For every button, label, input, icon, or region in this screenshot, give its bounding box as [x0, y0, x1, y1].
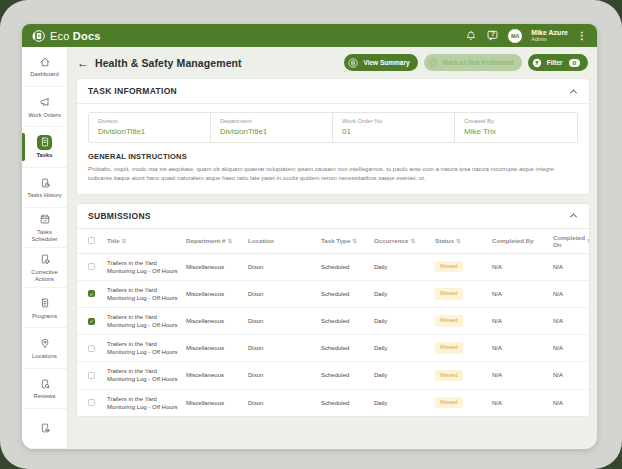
col-completed-on: Completed On⇅ [553, 234, 590, 248]
info-field-department: Department DivisionTitle1 [211, 113, 333, 142]
summary-doc-icon [347, 57, 359, 69]
submissions-table-header: Title⇅ Department #⇅ Location Task Type⇅… [77, 229, 589, 254]
sidebar-item-work-orders[interactable]: Work Orders [22, 87, 67, 127]
user-avatar[interactable]: MA [508, 29, 522, 43]
device-frame: Eco Docs ? MA Mik [0, 0, 622, 469]
task-information-title: TASK INFORMATION [88, 86, 177, 96]
sidebar-item-tasks[interactable]: Tasks [22, 127, 67, 167]
sort-icon[interactable]: ⇅ [587, 238, 590, 244]
row-checkbox[interactable] [88, 345, 95, 352]
app-header: Eco Docs ? MA Mik [22, 24, 597, 47]
submissions-title: SUBMISSIONS [88, 211, 151, 221]
col-title: Title⇅ [107, 237, 186, 244]
filter-button[interactable]: Filter 0 [528, 54, 588, 71]
status-badge: Missed [435, 342, 463, 354]
sort-icon[interactable]: ⇅ [228, 238, 233, 244]
general-instructions-text: Probabo, inquit, modo ista sis aequitate… [88, 165, 578, 184]
status-badge: Missed [435, 315, 463, 327]
sidebar-item-tasks-history[interactable]: Tasks History [22, 168, 67, 208]
col-location: Location [248, 237, 321, 244]
user-meta: Mike Azure Admin [531, 29, 568, 43]
view-summary-label: View Summary [363, 59, 409, 66]
sidebar: Dashboard Work Orders Tasks Tasks Histor… [22, 47, 68, 449]
history-doc-icon [37, 175, 52, 190]
row-checkbox[interactable] [88, 372, 95, 379]
col-task-type: Task Type⇅ [321, 237, 374, 244]
mark-not-performed-button[interactable]: Mark as Not Performed [424, 54, 522, 71]
sidebar-item-reviews[interactable]: Reviews [22, 369, 67, 409]
table-row[interactable]: Trailers in the Yard Monitoring Log - Of… [77, 362, 589, 389]
app-window: Eco Docs ? MA Mik [22, 24, 597, 449]
info-field-created-by: Created By Mike Trix [455, 113, 577, 142]
sidebar-item-label: Locations [30, 353, 59, 360]
sidebar-item-label: Programs [30, 313, 59, 320]
table-row[interactable]: Trailers in the Yard Monitoring Log - Of… [77, 254, 589, 281]
notifications-bell-icon[interactable] [465, 30, 477, 42]
col-occurrence: Occurrence⇅ [374, 237, 435, 244]
ecodocs-logo-icon [30, 28, 46, 44]
program-doc-icon [37, 296, 52, 311]
row-checkbox[interactable]: ✓ [88, 290, 95, 297]
filter-funnel-icon [531, 57, 543, 69]
sort-icon[interactable]: ⇅ [410, 238, 415, 244]
sidebar-item-label: Tasks History [25, 192, 63, 199]
filter-count-badge: 0 [569, 59, 580, 67]
megaphone-icon [37, 95, 52, 110]
user-role: Admin [531, 36, 568, 42]
select-all-checkbox[interactable] [88, 237, 95, 244]
status-badge: Missed [435, 261, 463, 273]
not-performed-icon [427, 57, 439, 69]
status-badge: Missed [435, 288, 463, 300]
help-icon[interactable]: ? [486, 29, 499, 42]
sidebar-item-locations[interactable]: Locations [22, 328, 67, 368]
submissions-card: SUBMISSIONS Title⇅ Department #⇅ Locatio… [76, 203, 590, 417]
submissions-header: SUBMISSIONS [77, 204, 589, 229]
back-arrow-icon[interactable]: ← [77, 57, 89, 69]
row-checkbox[interactable] [88, 399, 95, 406]
table-row[interactable]: ✓ Trailers in the Yard Monitoring Log - … [77, 308, 589, 335]
sort-icon[interactable]: ⇅ [352, 238, 357, 244]
kebab-menu-icon[interactable]: ⋮ [577, 30, 587, 41]
sidebar-item-label: Reviews [32, 393, 58, 400]
page-toolbar: ← Health & Safety Management View Summar… [68, 47, 597, 78]
sort-icon[interactable]: ⇅ [122, 238, 127, 244]
sidebar-item-label: Tasks [34, 152, 54, 159]
filter-label: Filter [547, 59, 563, 66]
task-information-header: TASK INFORMATION [77, 79, 589, 104]
sidebar-item-corrective-actions[interactable]: Corrective Actions [22, 248, 67, 288]
clipboard-gear-icon [37, 252, 52, 267]
task-doc-icon [37, 135, 52, 150]
sidebar-item-label: Corrective Actions [22, 269, 67, 283]
mark-not-performed-label: Mark as Not Performed [443, 59, 514, 66]
home-icon [37, 54, 52, 69]
sort-icon[interactable]: ⇅ [456, 238, 461, 244]
row-checkbox[interactable]: ✓ [88, 318, 95, 325]
table-row[interactable]: Trailers in the Yard Monitoring Log - Of… [77, 390, 589, 416]
task-information-card: TASK INFORMATION Divison DivisionTitle1 … [76, 78, 590, 195]
info-field-division: Divison DivisionTitle1 [89, 113, 211, 142]
calendar-icon [37, 212, 52, 227]
sidebar-item-label: Dashboard [28, 71, 60, 78]
col-completed-by: Completed By [492, 237, 553, 244]
status-badge: Missed [435, 397, 463, 409]
main-content: ← Health & Safety Management View Summar… [68, 47, 597, 449]
info-field-work-order-no: Work Order No 01 [333, 113, 455, 142]
status-badge: Missed [435, 370, 463, 382]
map-pin-icon [37, 336, 52, 351]
chevron-up-icon[interactable] [568, 86, 578, 96]
sidebar-item-tasks-scheduler[interactable]: Tasks Scheduler [22, 208, 67, 248]
table-row[interactable]: Trailers in the Yard Monitoring Log - Of… [77, 335, 589, 362]
view-summary-button[interactable]: View Summary [344, 54, 417, 71]
page-title: Health & Safety Management [95, 57, 242, 69]
doc-search-icon [37, 376, 52, 391]
sidebar-item-dashboard[interactable]: Dashboard [22, 47, 67, 87]
sidebar-item-programs[interactable]: Programs [22, 288, 67, 328]
table-row[interactable]: ✓ Trailers in the Yard Monitoring Log - … [77, 281, 589, 308]
row-checkbox[interactable] [88, 263, 95, 270]
doc-gear-icon [37, 421, 52, 436]
col-status: Status⇅ [435, 237, 492, 244]
sidebar-item-label: Tasks Scheduler [22, 229, 67, 243]
chevron-up-icon[interactable] [568, 211, 578, 221]
sidebar-item-partial[interactable] [22, 409, 67, 449]
task-info-grid: Divison DivisionTitle1 Department Divisi… [88, 112, 578, 143]
